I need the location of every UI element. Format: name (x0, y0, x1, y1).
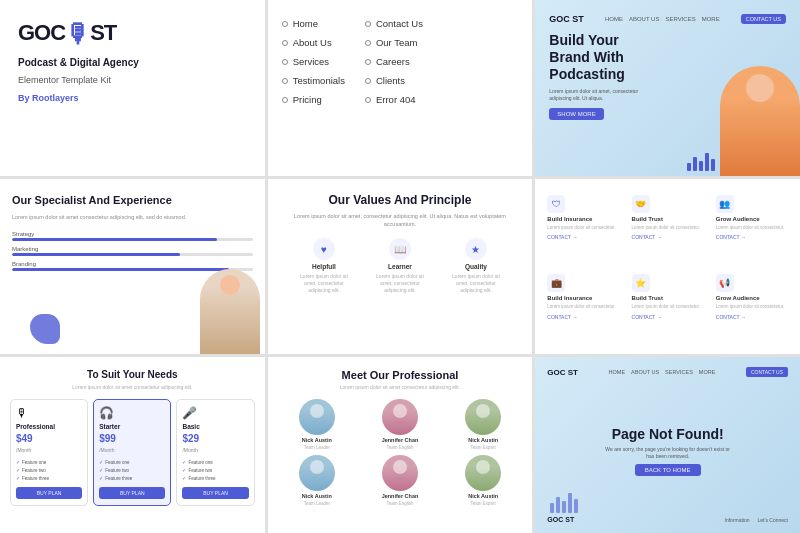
buy-plan-btn-3[interactable]: BUY PLAN (182, 487, 248, 499)
avatar-2 (382, 399, 418, 435)
nav-item-team[interactable]: Our Team (365, 37, 423, 48)
hero-logo: GOC ST (549, 14, 584, 24)
404-nav: HOME ABOUT US SERVICES MORE (609, 369, 716, 375)
specialist-text: Lorem ipsum dolor sit amet consectetur a… (12, 213, 253, 221)
pricing-subtext: Lorem ipsum dolor sit amet consectetur a… (10, 384, 255, 391)
feature-1: 🛡 Build Insurance Lorem ipsum dolor sit … (543, 189, 623, 265)
brand-logo: GOC🎙ST (18, 20, 247, 46)
price-card-professional: 🎙 Professional $49 /Month Feature one Fe… (10, 399, 88, 506)
team-member-3: Nick Austin Team Expert (444, 399, 522, 450)
card-values: Our Values And Principle Lorem ipsum dol… (268, 179, 533, 355)
price-icon-2: 🎧 (99, 406, 165, 420)
value-desc: Lorem ipsum dolor sit amet, consectetur … (446, 273, 506, 294)
progress-bar-3: Branding (12, 261, 253, 271)
team-member-2: Jennifer Chan Team English (361, 399, 439, 450)
bar-2 (693, 157, 697, 171)
card-pricing: To Suit Your Needs Lorem ipsum dolor sit… (0, 357, 265, 533)
price-card-starter: 🎧 Starter $99 /Month Feature one Feature… (93, 399, 171, 506)
card-404: GOC ST HOME ABOUT US SERVICES MORE CONTA… (535, 357, 800, 533)
value-desc: Lorem ipsum dolor sit amet, consectetur … (294, 273, 354, 294)
hero-cta-button[interactable]: SHOW MORE (549, 108, 603, 120)
nav-bullet (282, 59, 288, 65)
404-subtext: We are sorry, the page you're looking fo… (603, 446, 733, 460)
nav-bullet (365, 40, 371, 46)
hero-subtext: Lorem ipsum dolor sit amet, consectetur … (549, 88, 649, 102)
value-label: Learner (388, 263, 412, 270)
buy-plan-btn-2[interactable]: BUY PLAN (99, 487, 165, 499)
avatar-face (299, 455, 335, 491)
pricing-cards: 🎙 Professional $49 /Month Feature one Fe… (10, 399, 255, 506)
nav-item-contact[interactable]: Contact Us (365, 18, 423, 29)
feature-5: ⭐ Build Trust Lorem ipsum dolor sit cons… (628, 268, 708, 344)
nav-item-pricing[interactable]: Pricing (282, 94, 345, 105)
buy-plan-btn[interactable]: BUY PLAN (16, 487, 82, 499)
feature-4: 💼 Build Insurance Lorem ipsum dolor sit … (543, 268, 623, 344)
pricing-title: To Suit Your Needs (10, 369, 255, 380)
avatar-face (465, 399, 501, 435)
nav-bullet (282, 21, 288, 27)
value-learner: 📖 Learner Lorem ipsum dolor sit amet, co… (370, 238, 430, 294)
insurance-icon: 🛡 (547, 195, 565, 213)
progress-track (12, 238, 253, 241)
404-contact-btn[interactable]: CONTACT US (746, 367, 788, 377)
specialist-person-image (200, 269, 260, 354)
avatar-face (382, 455, 418, 491)
card-specialist: Our Specialist And Experience Lorem ipsu… (0, 179, 265, 355)
team-subtext: Lorem ipsum dolor sit amet consectetur a… (278, 384, 523, 391)
value-desc: Lorem ipsum dolor sit amet, consectetur … (370, 273, 430, 294)
avatar-face (382, 399, 418, 435)
nav-item-testimonials[interactable]: Testimonials (282, 75, 345, 86)
bar-4 (568, 493, 572, 513)
avatar-3 (465, 399, 501, 435)
card-features: 🛡 Build Insurance Lorem ipsum dolor sit … (535, 179, 800, 355)
nav-bullet (365, 59, 371, 65)
price-features: Feature one Feature two Feature three (182, 459, 248, 481)
card-team: Meet Our Professional Lorem ipsum dolor … (268, 357, 533, 533)
avatar-face (299, 399, 335, 435)
star-icon: ★ (465, 238, 487, 260)
hero-person-image (720, 66, 800, 176)
feature-3: 👥 Grow Audience Lorem ipsum dolor sit co… (712, 189, 792, 265)
bar-3 (699, 161, 703, 171)
progress-bar-1: Strategy (12, 231, 253, 241)
404-footer-logo: GOC ST (547, 516, 574, 523)
team-member-4: Nick Austin Team Leader (278, 455, 356, 506)
trust-icon: 🤝 (632, 195, 650, 213)
avatar-1 (299, 399, 335, 435)
value-label: Quality (465, 263, 487, 270)
by-text: By Rootlayers (18, 93, 247, 103)
values-title: Our Values And Principle (280, 193, 521, 207)
nav-item-services[interactable]: Services (282, 56, 345, 67)
nav-bullet (365, 78, 371, 84)
404-topbar: GOC ST HOME ABOUT US SERVICES MORE CONTA… (547, 367, 788, 377)
bar-3 (562, 501, 566, 513)
hero-contact-btn[interactable]: CONTACT US (741, 14, 786, 24)
main-container: GOC🎙ST Podcast & Digital Agency Elemento… (0, 0, 800, 533)
card-hero: GOC ST HOME ABOUT US SERVICES MORE CONTA… (535, 0, 800, 176)
404-footer-links: Information Let's Connect (725, 517, 788, 523)
price-card-basic: 🎤 Basic $29 /Month Feature one Feature t… (176, 399, 254, 506)
nav-item-clients[interactable]: Clients (365, 75, 423, 86)
nav-item-careers[interactable]: Careers (365, 56, 423, 67)
nav-bullet (365, 21, 371, 27)
feature-2: 🤝 Build Trust Lorem ipsum dolor sit cons… (628, 189, 708, 265)
value-label: Helpfull (312, 263, 336, 270)
heart-icon: ♥ (313, 238, 335, 260)
hero-nav: HOME ABOUT US SERVICES MORE (605, 16, 720, 22)
back-home-button[interactable]: BACK TO HOME (635, 464, 701, 476)
nav-bullet (282, 40, 288, 46)
avatar-5 (382, 455, 418, 491)
nav-item-about[interactable]: About Us (282, 37, 345, 48)
avatar-6 (465, 455, 501, 491)
nav-item-404[interactable]: Error 404 (365, 94, 423, 105)
404-audio-bars (550, 493, 578, 513)
nav-item-home[interactable]: Home (282, 18, 345, 29)
value-quality: ★ Quality Lorem ipsum dolor sit amet, co… (446, 238, 506, 294)
nav-bullet (282, 97, 288, 103)
nav-bullet (282, 78, 288, 84)
price-icon-3: 🎤 (182, 406, 248, 420)
progress-bars: Strategy Marketing Branding (12, 231, 253, 271)
404-footer: GOC ST Information Let's Connect (547, 516, 788, 523)
progress-fill (12, 253, 180, 256)
progress-bar-2: Marketing (12, 246, 253, 256)
